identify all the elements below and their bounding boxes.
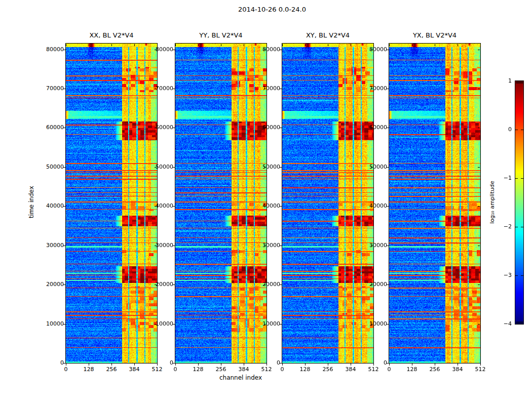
y-tick-label: 10000 — [41, 320, 64, 328]
tick-mark — [173, 206, 175, 207]
tick-mark — [63, 363, 65, 363]
tick-mark — [173, 324, 175, 325]
figure: 2014-10-26 0.0-24.0 XX, BL V2*V4 YY, BL … — [0, 0, 532, 405]
tick-mark — [389, 363, 390, 366]
tick-mark — [175, 363, 176, 366]
x-tick-label: 384 — [123, 366, 145, 373]
colorbar-tick-mark — [521, 178, 523, 179]
y-tick-label: 80000 — [41, 46, 64, 53]
tick-mark — [387, 128, 389, 128]
tick-mark — [458, 44, 458, 46]
y-tick-label: 30000 — [150, 242, 173, 249]
y-tick-label: 20000 — [364, 281, 387, 288]
colorbar-tick-label: −1 — [497, 175, 512, 182]
tick-mark — [480, 363, 481, 366]
y-tick-label: 30000 — [364, 242, 387, 249]
colorbar-tick-mark — [515, 130, 518, 130]
y-tick-label: 30000 — [257, 242, 280, 249]
tick-mark — [478, 167, 480, 168]
x-tick-label: 128 — [187, 366, 209, 373]
heatmap-panel-yx — [389, 43, 481, 363]
tick-mark — [63, 128, 65, 128]
tick-mark — [280, 285, 282, 285]
tick-mark — [63, 206, 65, 207]
y-tick-label: 30000 — [41, 242, 64, 249]
tick-mark — [351, 44, 351, 46]
tick-mark — [389, 44, 390, 46]
y-tick-label: 50000 — [364, 164, 387, 171]
x-tick-label: 256 — [424, 366, 446, 373]
x-tick-label: 384 — [233, 366, 255, 373]
tick-mark — [435, 363, 435, 366]
tick-mark — [173, 167, 175, 168]
tick-mark — [198, 44, 199, 46]
y-tick-label: 60000 — [150, 124, 173, 131]
tick-mark — [244, 363, 244, 366]
y-tick-label: 20000 — [150, 281, 173, 288]
tick-mark — [280, 128, 282, 128]
colorbar-tick-label: −3 — [497, 272, 512, 279]
colorbar-tick-mark — [515, 227, 518, 227]
tick-mark — [280, 363, 282, 363]
y-tick-label: 40000 — [150, 202, 173, 210]
y-tick-label: 0 — [41, 359, 64, 367]
tick-mark — [478, 324, 480, 325]
tick-mark — [412, 363, 412, 366]
tick-mark — [478, 89, 480, 89]
tick-mark — [478, 128, 480, 128]
tick-mark — [387, 50, 389, 50]
tick-mark — [458, 363, 458, 366]
x-tick-label: 512 — [469, 366, 491, 373]
x-tick-label: 128 — [401, 366, 423, 373]
tick-mark — [480, 44, 481, 46]
tick-mark — [89, 363, 89, 366]
tick-mark — [280, 167, 282, 168]
y-tick-label: 70000 — [41, 85, 64, 92]
x-tick-label: 128 — [294, 366, 316, 373]
panel-title-xy: XY, BL V2*V4 — [282, 31, 374, 39]
tick-mark — [280, 324, 282, 325]
tick-mark — [387, 206, 389, 207]
colorbar-tick-mark — [521, 227, 523, 227]
y-axis-label: time index — [28, 151, 35, 253]
colorbar — [515, 80, 524, 325]
tick-mark — [305, 44, 306, 46]
tick-mark — [173, 50, 175, 50]
y-tick-label: 70000 — [257, 85, 280, 92]
tick-mark — [173, 128, 175, 128]
tick-mark — [282, 363, 283, 366]
y-tick-label: 10000 — [257, 320, 280, 328]
tick-mark — [175, 44, 176, 46]
tick-mark — [478, 285, 480, 285]
colorbar-tick-mark — [521, 275, 523, 276]
y-tick-label: 50000 — [41, 164, 64, 171]
tick-mark — [478, 246, 480, 246]
panel-title-yy: YY, BL V2*V4 — [175, 31, 267, 39]
colorbar-tick-label: 1 — [497, 77, 512, 85]
tick-mark — [328, 363, 328, 366]
tick-mark — [387, 363, 389, 363]
y-tick-label: 60000 — [364, 124, 387, 131]
y-tick-label: 0 — [257, 359, 280, 367]
tick-mark — [111, 363, 112, 366]
tick-mark — [173, 285, 175, 285]
y-tick-label: 80000 — [364, 46, 387, 53]
tick-mark — [387, 89, 389, 89]
tick-mark — [280, 50, 282, 50]
y-tick-label: 80000 — [150, 46, 173, 53]
tick-mark — [478, 363, 480, 363]
tick-mark — [89, 44, 89, 46]
x-tick-label: 0 — [164, 366, 186, 373]
tick-mark — [173, 246, 175, 246]
colorbar-tick-mark — [521, 130, 523, 130]
tick-mark — [328, 44, 328, 46]
heatmap-panel-yy — [175, 43, 267, 363]
y-tick-label: 10000 — [150, 320, 173, 328]
y-tick-label: 20000 — [41, 281, 64, 288]
figure-title: 2014-10-26 0.0-24.0 — [6, 6, 532, 13]
tick-mark — [63, 50, 65, 50]
y-tick-label: 50000 — [257, 164, 280, 171]
y-tick-label: 40000 — [257, 202, 280, 210]
colorbar-tick-mark — [515, 275, 518, 276]
x-tick-label: 256 — [317, 366, 339, 373]
